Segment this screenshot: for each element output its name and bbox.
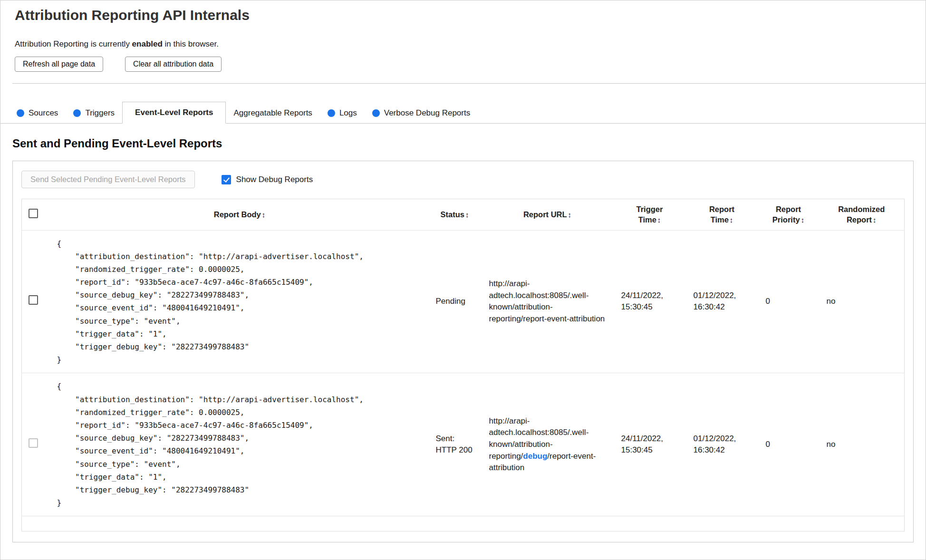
blue-dot-icon bbox=[17, 109, 24, 117]
table-footer-strip bbox=[22, 516, 905, 531]
page-frame: Attribution Reporting API Internals Attr… bbox=[0, 0, 926, 560]
column-header-status[interactable]: Status↕ bbox=[428, 199, 482, 231]
trigger-time-cell: 24/11/2022, 15:30:45 bbox=[614, 373, 686, 516]
blue-dot-icon bbox=[372, 109, 380, 117]
sort-icon: ↕ bbox=[730, 216, 733, 224]
status-prefix: Attribution Reporting is currently bbox=[15, 39, 132, 48]
select-all-checkbox[interactable] bbox=[29, 209, 38, 218]
clear-all-button[interactable]: Clear all attribution data bbox=[125, 57, 222, 72]
page-title: Attribution Reporting API Internals bbox=[15, 7, 911, 23]
report-url-cell: http://arapi-adtech.localhost:8085/.well… bbox=[482, 230, 614, 373]
status-enabled: enabled bbox=[132, 39, 163, 48]
row-select-checkbox[interactable] bbox=[29, 295, 38, 305]
column-header-report-url[interactable]: Report URL↕ bbox=[482, 199, 614, 231]
report-url-text: http://arapi-adtech.localhost:8085/.well… bbox=[489, 279, 605, 323]
report-time-cell: 01/12/2022, 16:30:42 bbox=[686, 373, 758, 516]
tab-content: Sent and Pending Event-Level Reports Sen… bbox=[0, 137, 926, 542]
row-select-cell bbox=[22, 230, 51, 373]
status-text: Attribution Reporting is currently enabl… bbox=[15, 39, 911, 49]
report-priority-cell: 0 bbox=[758, 373, 819, 516]
row-select-checkbox bbox=[29, 438, 38, 448]
column-header-report-body[interactable]: Report Body↕ bbox=[51, 199, 428, 231]
trigger-time-cell: 24/11/2022, 15:30:45 bbox=[614, 230, 686, 373]
report-body-json: { "attribution_destination": "http://ara… bbox=[57, 380, 424, 509]
tab-verbose-debug-reports[interactable]: Verbose Debug Reports bbox=[365, 103, 478, 123]
tab-label: Verbose Debug Reports bbox=[384, 108, 470, 118]
reports-panel: Send Selected Pending Event-Level Report… bbox=[12, 161, 914, 542]
report-priority-cell: 0 bbox=[758, 230, 819, 373]
tab-sources[interactable]: Sources bbox=[9, 103, 66, 123]
column-header-report-priority[interactable]: Report Priority↕ bbox=[758, 199, 819, 231]
column-label: Report Body bbox=[214, 210, 261, 219]
column-header-trigger-time[interactable]: Trigger Time↕ bbox=[614, 199, 686, 231]
tab-logs[interactable]: Logs bbox=[320, 103, 365, 123]
table-header-row: Report Body↕ Status↕ Report URL↕ Trigger… bbox=[22, 199, 905, 231]
report-body-json: { "attribution_destination": "http://ara… bbox=[57, 237, 424, 367]
report-controls: Send Selected Pending Event-Level Report… bbox=[21, 171, 905, 188]
tab-event-level-reports[interactable]: Event-Level Reports bbox=[122, 102, 226, 124]
status-cell: Pending bbox=[428, 230, 482, 373]
tab-label: Event-Level Reports bbox=[135, 108, 213, 117]
sort-icon: ↕ bbox=[801, 216, 805, 224]
top-buttons: Refresh all page data Clear all attribut… bbox=[15, 57, 911, 72]
refresh-all-button[interactable]: Refresh all page data bbox=[15, 57, 103, 72]
sort-icon: ↕ bbox=[262, 211, 266, 219]
row-select-cell bbox=[22, 373, 51, 516]
blue-dot-icon bbox=[73, 109, 81, 117]
tabstrip: Sources Triggers Event-Level Reports Agg… bbox=[0, 102, 926, 124]
section-heading: Sent and Pending Event-Level Reports bbox=[12, 137, 914, 150]
sort-icon: ↕ bbox=[873, 216, 877, 224]
send-selected-button[interactable]: Send Selected Pending Event-Level Report… bbox=[21, 171, 195, 188]
column-header-randomized-report[interactable]: Randomized Report↕ bbox=[819, 199, 905, 231]
page-header: Attribution Reporting API Internals Attr… bbox=[0, 7, 926, 72]
select-all-header-cell bbox=[22, 199, 51, 231]
column-label: Randomized Report bbox=[838, 205, 885, 224]
column-label: Status bbox=[441, 210, 464, 219]
tab-label: Logs bbox=[339, 108, 357, 118]
show-debug-label: Show Debug Reports bbox=[236, 175, 313, 184]
randomized-report-cell: no bbox=[819, 373, 905, 516]
sort-icon: ↕ bbox=[568, 211, 572, 219]
report-row: { "attribution_destination": "http://ara… bbox=[22, 230, 905, 373]
report-body-cell: { "attribution_destination": "http://ara… bbox=[51, 373, 428, 516]
tab-aggregatable-reports[interactable]: Aggregatable Reports bbox=[226, 103, 319, 123]
sort-icon: ↕ bbox=[657, 216, 661, 224]
status-suffix: in this browser. bbox=[163, 39, 219, 48]
column-header-report-time[interactable]: Report Time↕ bbox=[686, 199, 758, 231]
report-body-cell: { "attribution_destination": "http://ara… bbox=[51, 230, 428, 373]
sort-icon: ↕ bbox=[465, 211, 469, 219]
tab-triggers[interactable]: Triggers bbox=[66, 103, 122, 123]
report-row: { "attribution_destination": "http://ara… bbox=[22, 373, 905, 516]
tab-label: Aggregatable Reports bbox=[233, 108, 312, 118]
reports-table: Report Body↕ Status↕ Report URL↕ Trigger… bbox=[21, 199, 905, 531]
show-debug-checkbox[interactable] bbox=[222, 175, 231, 184]
report-time-cell: 01/12/2022, 16:30:42 bbox=[686, 230, 758, 373]
randomized-report-cell: no bbox=[819, 230, 905, 373]
report-url-cell: http://arapi-adtech.localhost:8085/.well… bbox=[482, 373, 614, 516]
tab-label: Triggers bbox=[85, 108, 115, 118]
table-footer-cell bbox=[22, 516, 905, 531]
blue-dot-icon bbox=[328, 109, 335, 117]
debug-link[interactable]: debug bbox=[523, 452, 547, 461]
column-label: Report URL bbox=[523, 210, 567, 219]
status-cell: Sent: HTTP 200 bbox=[428, 373, 482, 516]
divider bbox=[12, 83, 926, 84]
tab-label: Sources bbox=[29, 108, 58, 118]
show-debug-control: Show Debug Reports bbox=[222, 175, 313, 184]
column-label: Report Priority bbox=[772, 205, 801, 224]
